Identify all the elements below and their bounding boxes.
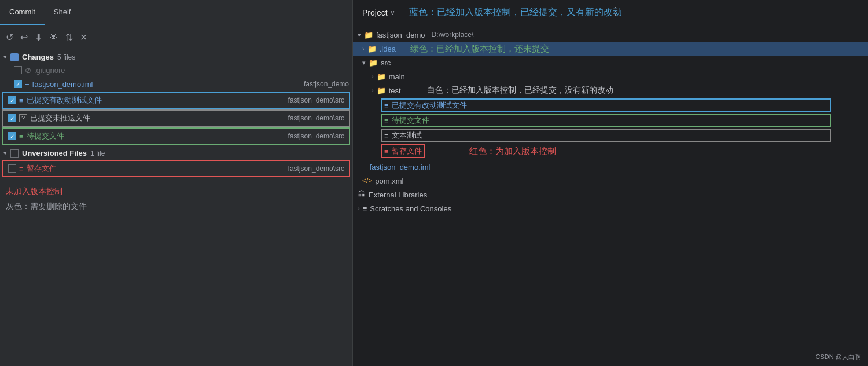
left-annotations: 未加入版本控制 灰色：需要删除的文件 — [0, 184, 352, 214]
file-icon-pom: </> — [362, 177, 372, 185]
filepath-temp: fastjson_demo\src — [288, 164, 344, 173]
rbox-green-name: 待提交文件 — [392, 115, 429, 126]
rbox-blue-committed[interactable]: ≡ 已提交有改动测试文件 — [381, 98, 831, 112]
filename-gitignore: .gitignore — [34, 66, 349, 75]
filepath-committed-changed: fastjson_demo\src — [288, 96, 344, 104]
checkbox-fastjson-iml[interactable] — [14, 80, 22, 88]
tree-item-external-libs[interactable]: 🏛 External Libraries — [353, 188, 868, 202]
unversioned-title: Unversioned Files — [22, 149, 87, 158]
checkbox-pending-commit[interactable] — [8, 132, 16, 140]
rbox-green-pending[interactable]: ≡ 待提交文件 — [381, 114, 831, 127]
item-name-main: main — [389, 72, 405, 81]
chevron-right-icon-test: › — [372, 87, 374, 94]
chevron-right-icon-idea: › — [362, 45, 365, 52]
right-panel: ⋮ Project ∨ 蓝色：已经加入版本控制，已经提交，又有新的改动 ▾ 📁 … — [353, 0, 868, 366]
file-gitignore[interactable]: ⊘ .gitignore — [0, 63, 352, 77]
item-name-scratches: Scratches and Consoles — [370, 204, 451, 213]
filepath-committed-unpushed: fastjson_demo\src — [288, 114, 344, 122]
filename-committed-unpushed: 已提交未推送文件 — [30, 113, 285, 123]
tree-item-main[interactable]: › 📁 main — [353, 69, 868, 83]
project-tree: ▾ 📁 fastjson_demo D:\workplace\ › 📁 .ide… — [353, 25, 868, 366]
file-icon-iml: − — [25, 80, 30, 89]
libs-icon: 🏛 — [358, 190, 366, 199]
item-path-fastjson-demo: D:\workplace\ — [432, 31, 474, 39]
undo-icon[interactable]: ↩ — [20, 32, 28, 43]
file-icon-pending: ≡ — [19, 132, 24, 141]
changes-icon — [10, 53, 19, 61]
file-committed-unpushed[interactable]: ? 已提交未推送文件 fastjson_demo\src — [5, 111, 348, 125]
left-panel: Commit Shelf ↺ ↩ ⬇ 👁 ⇅ ✕ ▾ Changes 5 fil… — [0, 0, 353, 366]
rbox-blue-name: 已提交有改动测试文件 — [392, 100, 467, 111]
tab-shelf[interactable]: Shelf — [45, 0, 80, 25]
file-icon-gitignore: ⊘ — [25, 66, 31, 75]
tree-item-fastjson-demo[interactable]: ▾ 📁 fastjson_demo D:\workplace\ — [353, 28, 868, 42]
checkbox-unversioned-section[interactable] — [10, 149, 19, 158]
changes-title: Changes — [22, 53, 54, 61]
item-name-iml: fastjson_demo.iml — [370, 163, 431, 171]
close-icon[interactable]: ✕ — [80, 32, 87, 43]
eye-icon[interactable]: 👁 — [49, 32, 58, 42]
refresh-icon[interactable]: ↺ — [6, 32, 13, 43]
tree-item-pom[interactable]: </> pom.xml — [353, 174, 868, 188]
highlight-box-gray-unpushed: ? 已提交未推送文件 fastjson_demo\src — [2, 109, 350, 127]
toolbar: ↺ ↩ ⬇ 👁 ⇅ ✕ — [0, 25, 352, 49]
scratches-icon: ≡ — [363, 204, 367, 213]
rbox-white-icon: ≡ — [384, 131, 389, 140]
tree-item-iml[interactable]: − fastjson_demo.iml — [353, 160, 868, 174]
tree-item-idea[interactable]: › 📁 .idea 绿色：已经加入版本控制，还未提交 — [353, 42, 868, 56]
chevron-down-icon-root: ▾ — [358, 31, 361, 39]
chevron-right-icon-main: › — [372, 73, 374, 80]
credits: CSDN @大白啊 — [816, 353, 861, 361]
rbox-red-temp[interactable]: ≡ 暂存文件 — [381, 144, 425, 158]
filename-temp: 暂存文件 — [27, 163, 285, 174]
tab-bar: Commit Shelf — [0, 0, 352, 25]
rbox-white-text[interactable]: ≡ 文本测试 — [381, 129, 831, 142]
tree-item-test[interactable]: › 📁 test 白色：已经加入版本控制，已经提交，没有新的改动 — [353, 83, 868, 97]
sort-icon[interactable]: ⇅ — [65, 32, 73, 43]
chevron-down-icon-src: ▾ — [362, 59, 366, 67]
tree-item-scratches[interactable]: › ≡ Scratches and Consoles — [353, 202, 868, 215]
chevron-down-icon: ▾ — [3, 53, 7, 61]
highlight-box-red-temp: ≡ 暂存文件 fastjson_demo\src — [2, 160, 350, 177]
item-name-fastjson-demo: fastjson_demo — [376, 31, 425, 39]
tree-content: ▾ Changes 5 files ⊘ .gitignore − fastjso… — [0, 49, 352, 366]
item-name-src: src — [381, 58, 391, 67]
gray-note: 灰色：需要删除的文件 — [0, 199, 352, 214]
annotation-blue-header: 蓝色：已经加入版本控制，已经提交，又有新的改动 — [409, 6, 622, 19]
tree-item-src[interactable]: ▾ 📁 src — [353, 56, 868, 69]
checkbox-temp[interactable] — [8, 164, 16, 173]
file-committed-changed[interactable]: ≡ 已提交有改动测试文件 fastjson_demo\src — [5, 93, 348, 107]
filepath-iml: fastjson_demo — [304, 80, 349, 88]
folder-icon-test: 📁 — [377, 86, 386, 95]
folder-icon-idea: 📁 — [367, 45, 377, 53]
highlight-box-green-pending: ≡ 待提交文件 fastjson_demo\src — [2, 127, 350, 145]
filename-committed-changed: 已提交有改动测试文件 — [27, 95, 285, 105]
highlight-box-blue-committed: ≡ 已提交有改动测试文件 fastjson_demo\src — [2, 92, 350, 109]
three-dot-menu[interactable]: ⋮ — [610, 5, 621, 17]
rbox-red-row: ≡ 暂存文件 红色：为加入版本控制 — [353, 144, 868, 159]
unversioned-note: 未加入版本控制 — [0, 184, 352, 199]
annotation-green: 绿色：已经加入版本控制，还未提交 — [410, 43, 549, 54]
item-name-test: test — [389, 86, 401, 95]
annotation-white: 白色：已经加入版本控制，已经提交，没有新的改动 — [427, 85, 613, 96]
folder-icon-src: 📁 — [369, 58, 378, 67]
checkbox-committed-unpushed[interactable] — [8, 114, 16, 122]
checkbox-gitignore[interactable] — [14, 66, 22, 74]
unversioned-count: 1 file — [90, 149, 105, 158]
chevron-right-icon-scratches: › — [358, 205, 360, 212]
checkbox-committed-changed[interactable] — [8, 96, 16, 104]
file-pending-commit[interactable]: ≡ 待提交文件 fastjson_demo\src — [5, 129, 348, 143]
file-temp[interactable]: ≡ 暂存文件 fastjson_demo\src — [5, 162, 348, 175]
unversioned-section-header[interactable]: ▾ Unversioned Files 1 file — [0, 147, 352, 159]
tab-commit[interactable]: Commit — [0, 0, 45, 25]
filename-iml: fastjson_demo.iml — [32, 80, 301, 89]
changes-section-header[interactable]: ▾ Changes 5 files — [0, 51, 352, 63]
project-title: Project — [362, 8, 388, 17]
dropdown-arrow-icon[interactable]: ∨ — [390, 9, 395, 17]
item-name-external-libs: External Libraries — [369, 191, 427, 199]
folder-icon-root: 📁 — [364, 31, 373, 39]
download-icon[interactable]: ⬇ — [35, 32, 42, 43]
rbox-blue-icon: ≡ — [384, 101, 389, 110]
file-fastjson-iml[interactable]: − fastjson_demo.iml fastjson_demo — [0, 77, 352, 91]
chevron-down-icon-unversioned: ▾ — [3, 149, 7, 157]
